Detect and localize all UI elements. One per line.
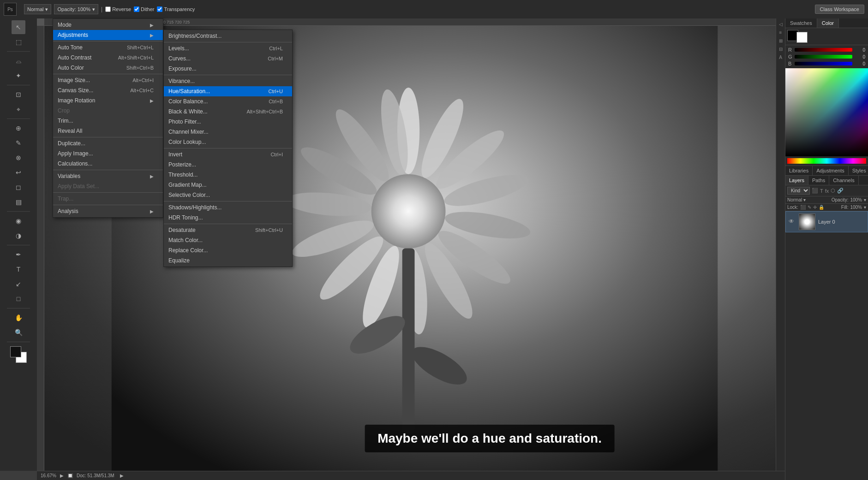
- reverse-checkbox[interactable]: Reverse: [105, 6, 131, 12]
- b-slider[interactable]: [795, 62, 852, 65]
- menu-item-canvas-size[interactable]: Canvas Size... Alt+Ctrl+C: [53, 85, 163, 95]
- transparency-checkbox[interactable]: Transparency: [157, 6, 195, 12]
- menu-item-hdr-toning[interactable]: HDR Toning...: [164, 213, 292, 223]
- layer-eye-icon[interactable]: 👁: [789, 218, 796, 225]
- pen-tool[interactable]: ✒: [12, 248, 25, 261]
- strip-button-4[interactable]: ⊟: [777, 45, 784, 53]
- tab-layers[interactable]: Layers: [785, 176, 808, 185]
- strip-button-3[interactable]: ⊞: [777, 37, 784, 44]
- g-slider[interactable]: [795, 55, 852, 59]
- path-selection-tool[interactable]: ↙: [12, 277, 25, 291]
- class-workspace-button[interactable]: Class Workspace: [815, 5, 864, 14]
- eraser-tool[interactable]: ◻: [12, 180, 25, 194]
- lock-pixels-icon[interactable]: ⬛: [800, 205, 806, 210]
- lock-paint-icon[interactable]: ✎: [808, 205, 811, 210]
- clone-stamp-tool[interactable]: ⊗: [12, 151, 25, 165]
- kind-select[interactable]: Kind: [787, 187, 810, 195]
- color-matrix[interactable]: [785, 68, 868, 156]
- menu-item-auto-color[interactable]: Auto Color Shift+Ctrl+B: [53, 63, 163, 73]
- layer-0-row[interactable]: 👁 Layer 0: [785, 211, 868, 232]
- menu-item-adjustments[interactable]: Adjustments ▶: [53, 30, 163, 40]
- strip-button-2[interactable]: ≡: [777, 29, 784, 36]
- menu-item-image-size[interactable]: Image Size... Alt+Ctrl+I: [53, 75, 163, 85]
- opacity-chevron[interactable]: ▾: [864, 197, 866, 202]
- tab-channels[interactable]: Channels: [829, 176, 858, 185]
- menu-item-selective-color[interactable]: Selective Color...: [164, 190, 292, 200]
- menu-item-analysis[interactable]: Analysis ▶: [53, 206, 163, 216]
- menu-item-hue-saturation[interactable]: Hue/Saturation... Ctrl+U: [164, 86, 292, 96]
- tab-styles[interactable]: Styles: [849, 166, 868, 175]
- hand-tool[interactable]: ✋: [12, 311, 25, 325]
- type-icon[interactable]: T: [820, 188, 823, 194]
- mode-dropdown[interactable]: Normal ▾: [24, 4, 51, 14]
- menu-item-replace-color[interactable]: Replace Color...: [164, 245, 292, 255]
- lasso-tool[interactable]: ⌓: [12, 54, 25, 68]
- menu-item-exposure[interactable]: Exposure...: [164, 64, 292, 74]
- menu-item-black-white[interactable]: Black & White... Alt+Shift+Ctrl+B: [164, 107, 292, 117]
- b-label: B: [788, 61, 793, 66]
- tab-swatches[interactable]: Swatches: [785, 18, 817, 28]
- menu-item-apply-image[interactable]: Apply Image...: [53, 148, 163, 159]
- menu-item-duplicate[interactable]: Duplicate...: [53, 138, 163, 148]
- magic-wand-tool[interactable]: ✦: [12, 69, 25, 83]
- menu-item-posterize[interactable]: Posterize...: [164, 160, 292, 170]
- shape-tool[interactable]: □: [12, 292, 25, 306]
- history-brush-tool[interactable]: ↩: [12, 166, 25, 179]
- menu-item-variables[interactable]: Variables ▶: [53, 171, 163, 181]
- opacity-label: Opacity:: [832, 197, 849, 202]
- r-slider[interactable]: [795, 48, 852, 52]
- dodge-tool[interactable]: ◑: [12, 229, 25, 243]
- menu-item-color-balance[interactable]: Color Balance... Ctrl+B: [164, 96, 292, 107]
- menu-item-gradient-map[interactable]: Gradient Map...: [164, 180, 292, 190]
- marquee-tool[interactable]: ⬚: [12, 35, 25, 49]
- eyedropper-tool[interactable]: ⌖: [12, 102, 25, 116]
- crop-tool[interactable]: ⊡: [12, 88, 25, 101]
- menu-item-vibrance[interactable]: Vibrance...: [164, 76, 292, 86]
- lock-all-icon[interactable]: 🔒: [819, 205, 824, 210]
- menu-item-mode[interactable]: Mode ▶: [53, 20, 163, 30]
- move-tool[interactable]: ↖: [12, 20, 25, 34]
- menu-item-invert[interactable]: Invert Ctrl+I: [164, 149, 292, 160]
- menu-item-desaturate[interactable]: Desaturate Shift+Ctrl+U: [164, 225, 292, 235]
- menu-item-equalize[interactable]: Equalize: [164, 255, 292, 266]
- opacity-dropdown[interactable]: Opacity: 100% ▾: [54, 4, 98, 14]
- tab-adjustments[interactable]: Adjustments: [813, 166, 849, 175]
- menu-item-color-lookup[interactable]: Color Lookup...: [164, 137, 292, 147]
- menu-item-match-color[interactable]: Match Color...: [164, 235, 292, 245]
- fx-icon[interactable]: fx: [825, 188, 829, 194]
- menu-item-threshold[interactable]: Threshold...: [164, 170, 292, 180]
- healing-tool[interactable]: ⊕: [12, 121, 25, 135]
- menu-item-auto-tone[interactable]: Auto Tone Shift+Ctrl+L: [53, 42, 163, 53]
- menu-item-auto-contrast[interactable]: Auto Contrast Alt+Shift+Ctrl+L: [53, 53, 163, 63]
- strip-button-5[interactable]: A: [777, 53, 784, 61]
- lock-move-icon[interactable]: ✛: [813, 205, 817, 210]
- background-color-swatch[interactable]: [796, 32, 808, 43]
- menu-item-photo-filter[interactable]: Photo Filter...: [164, 117, 292, 127]
- type-tool[interactable]: T: [12, 262, 25, 276]
- dither-checkbox[interactable]: Dither: [134, 6, 154, 12]
- menu-item-channel-mixer[interactable]: Channel Mixer...: [164, 127, 292, 137]
- smart-icon[interactable]: 🔗: [837, 188, 844, 194]
- strip-button-1[interactable]: ◁: [777, 20, 784, 28]
- menu-item-brightness-contrast[interactable]: Brightness/Contrast...: [164, 31, 292, 41]
- gradient-tool[interactable]: ▤: [12, 195, 25, 209]
- tab-paths[interactable]: Paths: [808, 176, 829, 185]
- tab-color[interactable]: Color: [817, 18, 839, 28]
- filter-icon[interactable]: ⬛: [812, 188, 818, 194]
- menu-item-curves[interactable]: Curves... Ctrl+M: [164, 53, 292, 64]
- tab-libraries[interactable]: Libraries: [785, 166, 813, 175]
- brush-tool[interactable]: ✎: [12, 136, 25, 150]
- mask-icon[interactable]: ⬡: [831, 188, 835, 194]
- fill-chevron[interactable]: ▾: [864, 205, 866, 210]
- zoom-tool[interactable]: 🔍: [12, 326, 25, 339]
- blur-tool[interactable]: ◉: [12, 214, 25, 228]
- foreground-color-box[interactable]: [10, 346, 21, 357]
- menu-item-image-rotation[interactable]: Image Rotation ▶: [53, 95, 163, 106]
- hue-strip[interactable]: [787, 158, 866, 164]
- menu-item-shadows-highlights[interactable]: Shadows/Highlights...: [164, 202, 292, 213]
- menu-item-trim[interactable]: Trim...: [53, 116, 163, 126]
- menu-item-reveal-all[interactable]: Reveal All: [53, 126, 163, 136]
- color-selector[interactable]: [10, 346, 27, 363]
- menu-item-levels[interactable]: Levels... Ctrl+L: [164, 43, 292, 53]
- menu-item-calculations[interactable]: Calculations...: [53, 159, 163, 169]
